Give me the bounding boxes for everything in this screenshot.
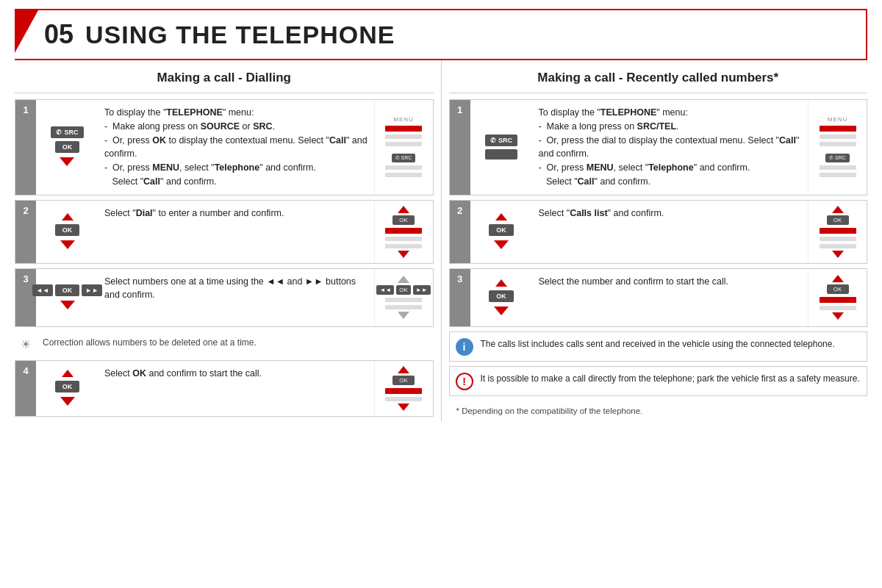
step-icon-area-4: OK bbox=[36, 361, 98, 416]
correction-note: ☀ Correction allows numbers to be delete… bbox=[15, 331, 434, 356]
step-diagram-1: MENU ✆ SRC bbox=[374, 100, 433, 195]
step-diagram-4: OK bbox=[374, 361, 433, 416]
info-text-1: The calls list includes calls sent and r… bbox=[481, 337, 861, 351]
ok-button-3: OK bbox=[55, 284, 80, 296]
step-diagram-3: ◄◄ OK ►► bbox=[374, 269, 433, 326]
arrow-up-4 bbox=[62, 370, 74, 377]
step-text-1: To display the "TELEPHONE" menu: - Make … bbox=[98, 100, 374, 195]
diag-menu-label: MENU bbox=[393, 116, 414, 123]
step-icon-area-2: OK bbox=[36, 201, 98, 263]
step-text-4: Select OK and confirm to start the call. bbox=[98, 361, 374, 416]
header-number: 05 bbox=[44, 19, 74, 50]
right-step-icon-area-2: OK bbox=[470, 201, 533, 263]
step-text-2: Select "Dial" to enter a number and conf… bbox=[98, 201, 374, 263]
left-column: Making a call - Dialling 1 ✆ SRC OK To d… bbox=[7, 60, 442, 421]
right-arrow-up-2 bbox=[495, 213, 507, 220]
step-num-2: 2 bbox=[15, 201, 36, 263]
left-col-title: Making a call - Dialling bbox=[15, 60, 434, 93]
diag-nav: ◄◄ OK ►► bbox=[376, 285, 430, 295]
footnote: * Depending on the compatibility of the … bbox=[449, 401, 868, 421]
info-text-2: It is possible to make a call directly f… bbox=[481, 372, 861, 385]
prev-button: ◄◄ bbox=[32, 284, 53, 296]
right-step-diagram-2: OK bbox=[808, 201, 867, 263]
left-step-2: 2 OK Select "Dial" to enter a number and… bbox=[15, 200, 434, 264]
right-step-num-3: 3 bbox=[450, 269, 470, 326]
arrow-up-icon bbox=[62, 213, 74, 220]
step-icon-area-1: ✆ SRC OK bbox=[36, 100, 98, 195]
right-arrow-down-3 bbox=[494, 306, 509, 315]
right-step-icon-area-3: OK bbox=[470, 269, 533, 326]
left-step-1: 1 ✆ SRC OK To display the "TELEPHONE" me… bbox=[15, 99, 434, 196]
arrow-down-4 bbox=[60, 397, 75, 406]
right-diag-src: ✆ SRC bbox=[825, 154, 850, 162]
right-step-diagram-1: MENU ✆ SRC bbox=[808, 100, 867, 195]
ok-button-4: OK bbox=[55, 381, 80, 392]
right-step-1: 1 ✆ SRC To display the "TELEPHONE" menu:… bbox=[449, 99, 868, 196]
arrow-down-2 bbox=[60, 240, 75, 249]
ok-button-2: OK bbox=[55, 224, 80, 236]
info-icon-i: i bbox=[456, 338, 473, 356]
nav-buttons: ◄◄ OK ►► bbox=[32, 284, 102, 296]
info-row-2: ! It is possible to make a call directly… bbox=[449, 366, 868, 396]
left-step-3: 3 ◄◄ OK ►► Select numbers one at a time … bbox=[15, 268, 434, 327]
step-diagram-2: OK bbox=[374, 201, 433, 263]
right-step-text-3: Select the number and confirm to start t… bbox=[533, 269, 808, 326]
arrow-down-3 bbox=[60, 301, 75, 309]
ok-button-1: OK bbox=[55, 141, 80, 153]
step-num-4: 4 bbox=[15, 361, 36, 416]
right-step-diagram-3: OK bbox=[808, 269, 867, 326]
right-step-2: 2 OK Select "Calls list" and confirm. OK bbox=[449, 200, 868, 264]
step-icon-area-3: ◄◄ OK ►► bbox=[36, 269, 98, 326]
correction-text: Correction allows numbers to be deleted … bbox=[43, 336, 257, 349]
right-arrow-down-2 bbox=[494, 240, 509, 249]
step-num-3: 3 bbox=[15, 269, 36, 326]
right-step-num-1: 1 bbox=[450, 100, 470, 195]
right-step-icon-area-1: ✆ SRC bbox=[470, 100, 533, 195]
right-arrow-up-3 bbox=[495, 279, 507, 287]
right-ok-button-2: OK bbox=[489, 224, 514, 236]
right-col-title: Making a call - Recently called numbers* bbox=[449, 60, 868, 93]
step-num-1: 1 bbox=[15, 100, 36, 195]
right-step-text-2: Select "Calls list" and confirm. bbox=[533, 201, 808, 263]
left-step-4: 4 OK Select OK and confirm to start the … bbox=[15, 360, 434, 417]
arrow-down-1 bbox=[60, 157, 74, 166]
right-src-button: ✆ SRC bbox=[485, 135, 517, 146]
right-step-text-1: To display the "TELEPHONE" menu: - Make … bbox=[533, 100, 808, 195]
header: 05 USING THE TELEPHONE bbox=[15, 9, 867, 60]
diag-src: ✆ SRC bbox=[392, 154, 416, 162]
right-step-num-2: 2 bbox=[450, 201, 470, 263]
header-title: USING THE TELEPHONE bbox=[85, 21, 395, 49]
src-button: ✆ SRC bbox=[51, 126, 83, 138]
right-ok-button-3: OK bbox=[489, 290, 514, 302]
main-content: Making a call - Dialling 1 ✆ SRC OK To d… bbox=[0, 60, 882, 421]
right-step-3: 3 OK Select the number and confirm to st… bbox=[449, 268, 868, 327]
sun-icon: ☀ bbox=[21, 337, 37, 351]
info-row-1: i The calls list includes calls sent and… bbox=[449, 331, 868, 362]
step-text-3: Select numbers one at a time using the ◄… bbox=[98, 269, 374, 326]
right-column: Making a call - Recently called numbers*… bbox=[442, 60, 875, 421]
warning-icon: ! bbox=[456, 373, 473, 390]
